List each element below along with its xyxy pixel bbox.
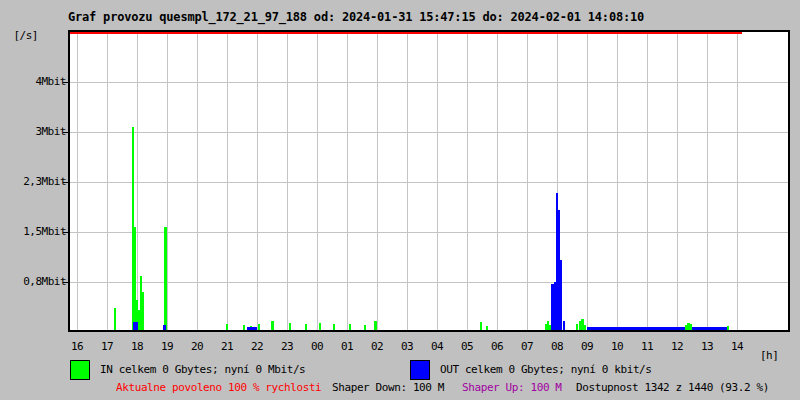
in-traffic-bar — [685, 325, 687, 330]
x-axis-labels: 1617181920212223000102030405060708091011… — [0, 340, 800, 354]
in-traffic-bar — [690, 324, 692, 330]
x-tick-label: 14 — [725, 340, 749, 353]
in-traffic-bar — [364, 325, 366, 330]
in-traffic-bar — [140, 276, 142, 330]
out-traffic-bar — [247, 327, 257, 330]
allowed-speed-status: Aktualne povoleno 100 % rychlosti — [116, 381, 321, 394]
in-traffic-bar — [305, 324, 307, 330]
in-traffic-bar — [349, 324, 351, 330]
y-tick-label: 1,5Mbit — [0, 225, 66, 239]
in-traffic-bar — [576, 324, 578, 330]
out-legend-swatch — [410, 360, 430, 380]
x-tick-label: 09 — [575, 340, 599, 353]
shaper-up-status: Shaper Up: 100 M — [462, 381, 562, 394]
x-tick-label: 06 — [485, 340, 509, 353]
in-traffic-bar — [271, 321, 274, 330]
in-traffic-bar — [687, 323, 690, 330]
in-traffic-bar — [289, 323, 291, 330]
x-tick-label: 21 — [215, 340, 239, 353]
in-traffic-bar — [581, 319, 584, 330]
in-traffic-bar — [549, 325, 551, 330]
out-traffic-bar — [163, 325, 166, 330]
in-traffic-bar — [258, 324, 260, 330]
y-tick-label: 3Mbit — [0, 125, 66, 139]
in-traffic-bar — [226, 324, 228, 330]
x-tick-label: 04 — [425, 340, 449, 353]
x-tick-label: 01 — [335, 340, 359, 353]
x-tick-label: 19 — [155, 340, 179, 353]
shaper-down-status: Shaper Down: 100 M — [332, 381, 444, 394]
y-tick-label: 0,8Mbit — [0, 275, 66, 289]
availability-status: Dostupnost 1342 z 1440 (93.2 %) — [576, 381, 769, 394]
in-traffic-bar — [545, 324, 547, 330]
out-traffic-bar — [563, 321, 565, 330]
x-tick-label: 07 — [515, 340, 539, 353]
x-tick-label: 13 — [695, 340, 719, 353]
in-traffic-bar — [333, 324, 335, 330]
in-traffic-bar — [727, 326, 729, 330]
in-traffic-bar — [374, 321, 377, 330]
in-traffic-bar — [584, 325, 586, 330]
x-tick-label: 10 — [605, 340, 629, 353]
in-legend-swatch — [70, 360, 90, 380]
x-tick-label: 02 — [365, 340, 389, 353]
limit-line — [70, 32, 742, 34]
x-tick-label: 22 — [245, 340, 269, 353]
x-tick-label: 08 — [545, 340, 569, 353]
horizontal-gridline — [70, 232, 788, 233]
x-tick-label: 23 — [275, 340, 299, 353]
in-legend-label: IN celkem 0 Gbytes; nyní 0 Mbit/s — [100, 363, 305, 376]
horizontal-gridline — [70, 182, 788, 183]
horizontal-gridline — [70, 82, 788, 83]
horizontal-gridline — [70, 282, 788, 283]
out-traffic-bar — [560, 260, 562, 330]
x-axis-unit-label: [h] — [760, 349, 778, 362]
plot-border-top — [68, 30, 790, 32]
in-traffic-bar — [132, 127, 134, 330]
out-baseline — [587, 327, 728, 330]
in-traffic-bar — [114, 308, 116, 330]
plot-background — [68, 30, 790, 332]
out-legend-label: OUT celkem 0 Gbytes; nyní 0 kbit/s — [440, 363, 652, 376]
in-traffic-bar — [480, 322, 482, 330]
in-traffic-bar — [243, 325, 245, 330]
plot-border-right — [788, 30, 790, 332]
out-traffic-bar — [133, 322, 138, 330]
x-tick-label: 03 — [395, 340, 419, 353]
in-traffic-bar — [579, 321, 581, 330]
y-axis-labels: 4Mbit3Mbit2,3Mbit1,5Mbit0,8Mbit — [0, 0, 70, 340]
in-traffic-bar — [142, 292, 144, 330]
in-traffic-bar — [547, 321, 549, 330]
horizontal-gridline — [70, 132, 788, 133]
x-tick-label: 05 — [455, 340, 479, 353]
out-traffic-bar — [551, 284, 554, 330]
x-axis-line — [68, 330, 790, 332]
x-tick-label: 16 — [65, 340, 89, 353]
x-tick-label: 18 — [125, 340, 149, 353]
out-traffic-bar — [558, 210, 560, 330]
in-traffic-bar — [486, 326, 488, 330]
out-traffic-bar — [556, 193, 558, 330]
y-tick-label: 2,3Mbit — [0, 175, 66, 189]
y-tick-label: 4Mbit — [0, 75, 66, 89]
x-tick-label: 20 — [185, 340, 209, 353]
x-tick-label: 00 — [305, 340, 329, 353]
x-tick-label: 12 — [665, 340, 689, 353]
x-tick-label: 17 — [95, 340, 119, 353]
in-traffic-bar — [138, 310, 140, 330]
in-traffic-bar — [164, 227, 167, 330]
out-traffic-bar — [554, 282, 556, 330]
in-traffic-bar — [319, 323, 321, 330]
in-traffic-bar — [134, 227, 136, 330]
x-tick-label: 11 — [635, 340, 659, 353]
